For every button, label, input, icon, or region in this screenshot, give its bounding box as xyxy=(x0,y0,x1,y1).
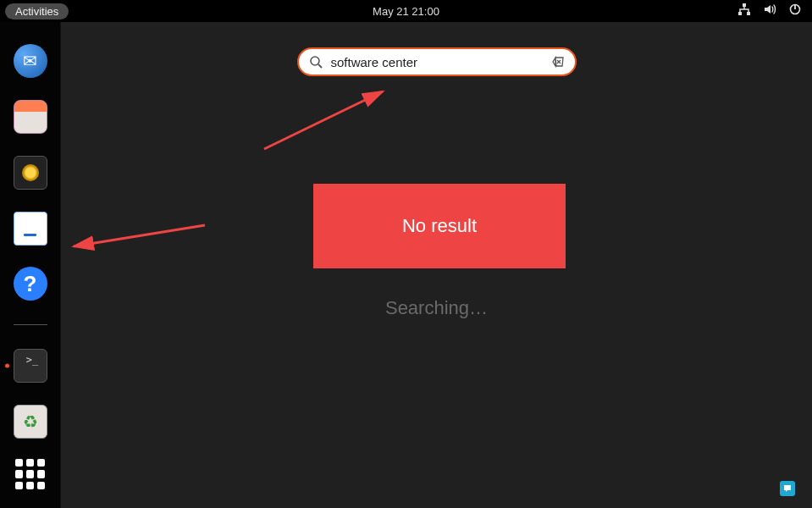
libreoffice-writer-icon xyxy=(14,212,47,246)
search-input[interactable] xyxy=(331,55,543,69)
activities-overview: Searching… No result xyxy=(61,22,812,508)
annotation-arrow-to-writer xyxy=(61,217,213,259)
dash-item-terminal[interactable]: >_ xyxy=(12,347,49,384)
thunderbird-icon: ✉ xyxy=(14,44,47,78)
svg-rect-1 xyxy=(738,12,742,15)
power-icon[interactable] xyxy=(788,3,802,19)
svg-rect-2 xyxy=(747,12,750,15)
svg-line-6 xyxy=(318,64,322,68)
show-applications-button[interactable] xyxy=(15,459,46,489)
status-area[interactable] xyxy=(737,3,802,19)
files-icon xyxy=(14,100,47,134)
search-field[interactable] xyxy=(297,47,577,76)
terminal-icon: >_ xyxy=(14,349,47,383)
dash-item-thunderbird[interactable]: ✉ xyxy=(12,42,49,80)
rhythmbox-icon xyxy=(14,156,47,190)
dash: ✉ ? >_ ♻ xyxy=(0,22,61,508)
running-indicator-icon xyxy=(5,364,9,368)
volume-icon[interactable] xyxy=(763,3,776,19)
dash-item-files[interactable] xyxy=(12,98,49,135)
svg-line-7 xyxy=(264,91,383,149)
svg-line-8 xyxy=(74,225,205,246)
svg-rect-0 xyxy=(743,3,746,7)
help-icon: ? xyxy=(14,267,47,301)
search-container xyxy=(297,47,577,76)
search-status-text: Searching… xyxy=(385,297,488,319)
dash-item-rhythmbox[interactable] xyxy=(12,154,49,191)
clock[interactable]: May 21 21:00 xyxy=(373,5,439,18)
annotation-arrow-to-search xyxy=(256,81,400,157)
dash-item-trash[interactable]: ♻ xyxy=(12,403,49,440)
search-icon xyxy=(309,55,323,69)
annotation-no-result: No result xyxy=(313,184,566,268)
trash-icon: ♻ xyxy=(14,405,47,439)
network-wired-icon[interactable] xyxy=(737,3,751,19)
activities-button[interactable]: Activities xyxy=(5,3,69,19)
clear-search-icon[interactable] xyxy=(551,55,565,69)
dash-item-libreoffice-writer[interactable] xyxy=(12,210,49,247)
dash-item-help[interactable]: ? xyxy=(12,266,49,303)
top-bar: Activities May 21 21:00 xyxy=(0,0,812,22)
notification-indicator-icon[interactable] xyxy=(780,481,795,496)
dash-separator xyxy=(14,324,47,325)
svg-point-5 xyxy=(311,57,319,65)
